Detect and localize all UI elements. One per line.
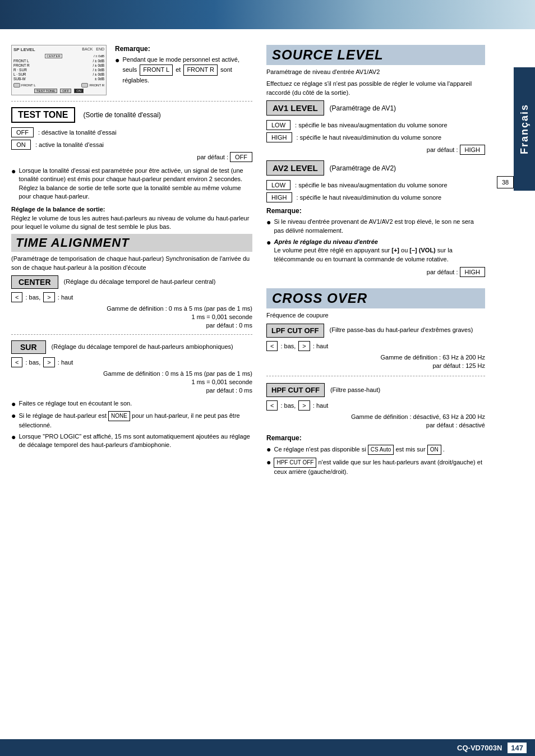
divider-1 (11, 101, 252, 102)
test-tone-desc: (Sortie de tonalité d'essai) (84, 111, 161, 119)
reglage-heading: Réglage de la balance de sortie: (11, 206, 252, 213)
sur-arrow-right[interactable]: > (43, 357, 54, 367)
center-arrows: < : bas, > : haut (11, 292, 252, 302)
lpf-arrow-left[interactable]: < (266, 341, 278, 351)
bullet-icon-8: ● (266, 445, 271, 455)
bullet-icon-1: ● (115, 56, 119, 85)
av1-low-box: LOW (266, 120, 290, 130)
av2-low-box: LOW (266, 180, 290, 190)
page-index: 38 (497, 176, 514, 188)
av1-high-desc: : spécifie le haut niveau/diminution du … (297, 134, 442, 141)
reglage-section: Réglage de la balance de sortie: Réglez … (11, 206, 252, 232)
test-tone-section: TEST TONE (Sortie de tonalité d'essai) O… (11, 107, 252, 201)
av2-high-row: HIGH : spécifie le haut niveau/diminutio… (266, 192, 485, 202)
left-column: SP LEVEL BACK END CENTER / ± 0dB FRONT L… (0, 39, 261, 485)
center-range-3: par défaut : 0 ms (11, 322, 252, 329)
av1-low-row: LOW : spécifie le bas niveau/augmentatio… (266, 120, 485, 130)
bullet-icon-2: ● (11, 167, 16, 201)
center-range-2: 1 ms = 0,001 seconde (11, 314, 252, 320)
source-level-section: SOURCE LEVEL Paramétrage de niveau d'ent… (266, 45, 485, 277)
test-tone-off-row: OFF : désactive la tonalité d'essai (11, 127, 252, 137)
test-tone-default-row: par défaut : OFF (11, 152, 252, 162)
hpf-label: HPF CUT OFF (266, 383, 325, 397)
test-tone-on-row: ON : active la tonalité d'essai (11, 140, 252, 150)
hpf-arrow-right[interactable]: > (298, 400, 310, 411)
av-remarque-bullet-2: ● Après le réglage du niveau d'entréeLe … (266, 238, 485, 264)
bullet-icon-5: ● (11, 433, 16, 450)
lpf-desc: (Filtre passe-bas du haut-parleur d'extr… (330, 326, 473, 334)
av1-desc: (Paramétrage de AV1) (330, 104, 396, 112)
hpf-arrows: < : bas, > : haut (266, 400, 485, 411)
av2-desc: (Paramétrage de AV2) (330, 164, 396, 172)
sp-level-diagram: SP LEVEL BACK END CENTER / ± 0dB FRONT L… (11, 45, 107, 95)
test-tone-off-desc: : désactive la tonalité d'essai (38, 129, 117, 136)
av1-low-desc: : spécifie le bas niveau/augmentation du… (295, 122, 448, 128)
sur-arrow-low-label: : bas, (25, 359, 40, 366)
center-desc: (Réglage du décalage temporel de haut-pa… (64, 278, 216, 286)
test-tone-off-box: OFF (11, 127, 34, 137)
footer: CQ-VD7003N 147 (0, 739, 535, 756)
av2-label: AV2 LEVEL (266, 160, 324, 176)
time-alignment-desc: (Paramétrage de temporisation de chaque … (11, 255, 252, 272)
remarque-title-1: Remarque: (115, 45, 252, 53)
hpf-range-1: Gamme de définition : désactivé, 63 Hz à… (266, 413, 485, 420)
av-remarque-title: Remarque: (266, 207, 485, 215)
center-row: CENTER (Réglage du décalage temporel de … (11, 275, 252, 289)
bullet-icon-6: ● (266, 218, 271, 235)
center-arrow-right[interactable]: > (43, 292, 54, 302)
av2-low-row: LOW : spécifie le bas niveau/augmentatio… (266, 180, 485, 190)
time-alignment-section: TIME ALIGNMENT (Paramétrage de temporisa… (11, 234, 252, 394)
main-content: SP LEVEL BACK END CENTER / ± 0dB FRONT L… (0, 34, 535, 485)
av2-default-box: HIGH (460, 267, 486, 277)
bullet-icon-4: ● (11, 412, 16, 430)
sur-range-3: par défaut : 0 ms (11, 387, 252, 394)
language-label: Français (514, 67, 535, 191)
av1-level-row: AV1 LEVEL (Paramétrage de AV1) (266, 100, 485, 116)
footer-page: 147 (508, 743, 527, 753)
hpf-arrow-low-label: : bas, (280, 402, 296, 409)
hpf-row: HPF CUT OFF (Filtre passe-haut) (266, 383, 485, 397)
right-column: SOURCE LEVEL Paramétrage de niveau d'ent… (261, 39, 513, 485)
hpf-arrow-high-label: : haut (313, 402, 329, 409)
test-tone-default-box: OFF (230, 152, 252, 162)
test-tone-label: TEST TONE (11, 107, 75, 123)
footer-model: CQ-VD7003N (457, 744, 502, 752)
cross-over-header: CROSS OVER (266, 288, 485, 308)
crossover-remarque: Remarque: ● Ce réglage n'est pas disponi… (266, 434, 485, 476)
av1-label: AV1 LEVEL (266, 100, 324, 116)
av2-level-row: AV2 LEVEL (Paramétrage de AV2) (266, 160, 485, 176)
crossover-remarque-bullet-2: ● HPF CUT OFF n'est valide que sur les h… (266, 458, 485, 476)
center-arrow-left[interactable]: < (11, 292, 22, 302)
bottom-bullet-1: ● Faites ce réglage tout en écoutant le … (11, 399, 252, 408)
lpf-range-1: Gamme de définition : 63 Hz à 200 Hz (266, 354, 485, 361)
remarque-right-of-diagram: Remarque: ● Pendant que le mode personne… (115, 45, 252, 95)
sur-arrow-left[interactable]: < (11, 357, 22, 367)
time-alignment-header: TIME ALIGNMENT (11, 234, 252, 252)
center-range-1: Gamme de définition : 0 ms à 5 ms (par p… (11, 305, 252, 312)
lpf-row: LPF CUT OFF (Filtre passe-bas du haut-pa… (266, 324, 485, 338)
sur-arrows: < : bas, > : haut (11, 357, 252, 367)
source-level-header: SOURCE LEVEL (266, 45, 485, 65)
test-tone-header: TEST TONE (Sortie de tonalité d'essai) (11, 107, 252, 123)
test-tone-on-box: ON (11, 140, 31, 150)
source-level-desc2: Effectuez ce réglage s'il n'est pas poss… (266, 80, 485, 97)
header-image (0, 0, 535, 34)
test-tone-bullet-1: ● Lorsque la tonalité d'essai est paramé… (11, 167, 252, 201)
cross-over-desc: Fréquence de coupure (266, 311, 485, 320)
bottom-bullets: ● Faites ce réglage tout en écoutant le … (11, 399, 252, 450)
lpf-arrows: < : bas, > : haut (266, 341, 485, 351)
hpf-desc: (Filtre passe-haut) (330, 386, 380, 393)
sur-label: SUR (11, 340, 46, 354)
lpf-arrow-right[interactable]: > (298, 341, 310, 351)
sur-range-2: 1 ms = 0,001 seconde (11, 379, 252, 385)
hpf-arrow-left[interactable]: < (266, 400, 278, 411)
bullet-icon-9: ● (266, 458, 271, 476)
av2-high-box: HIGH (266, 192, 292, 202)
source-level-desc1: Paramétrage de niveau d'entrée AV1/AV2 (266, 68, 485, 76)
av1-default-row: par défaut : HIGH (266, 145, 485, 155)
remarque-bullet-1: ● Pendant que le mode personnel est acti… (115, 56, 252, 85)
bottom-bullet-3: ● Lorsque "PRO LOGIC" est affiché, 15 ms… (11, 432, 252, 450)
av-remarque: Remarque: ● Si le niveau d'entrée proven… (266, 207, 485, 264)
av2-high-desc: : spécifie le haut niveau/diminution du … (297, 194, 442, 201)
lpf-range-2: par défaut : 125 Hz (266, 362, 485, 369)
